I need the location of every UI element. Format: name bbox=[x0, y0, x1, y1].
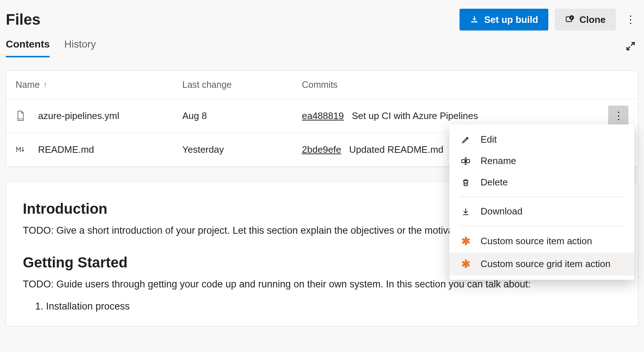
tabs-row: Contents History bbox=[6, 35, 638, 57]
kebab-icon: ⋮ bbox=[626, 15, 635, 25]
menu-item-custom-source-item[interactable]: ✱ Custom source item action bbox=[449, 230, 634, 253]
commit-hash-link[interactable]: 2bde9efe bbox=[302, 144, 341, 155]
delete-icon bbox=[460, 178, 471, 187]
file-name: azure-pipelines.yml bbox=[38, 110, 119, 122]
file-name: README.md bbox=[38, 144, 94, 155]
svg-rect-3 bbox=[462, 159, 465, 163]
download-icon bbox=[460, 207, 471, 216]
tab-history[interactable]: History bbox=[64, 35, 96, 57]
commit-message: Set up CI with Azure Pipelines bbox=[352, 110, 478, 122]
row-context-menu: Edit Rename Delete bbox=[449, 124, 634, 280]
yml-file-icon: YML bbox=[16, 110, 26, 121]
menu-item-label: Custom source item action bbox=[481, 236, 592, 247]
page-header: Files Set up build bbox=[6, 0, 638, 35]
column-last-change-label: Last change bbox=[182, 79, 232, 90]
menu-divider bbox=[460, 197, 624, 197]
menu-item-label: Rename bbox=[481, 155, 516, 167]
menu-item-label: Download bbox=[481, 206, 523, 217]
readme-ordered-list: Installation process bbox=[23, 301, 621, 312]
row-more-actions-button[interactable]: ⋮ bbox=[608, 106, 628, 126]
menu-item-download[interactable]: Download bbox=[449, 201, 634, 222]
page-title: Files bbox=[6, 11, 41, 28]
column-name-header[interactable]: Name ↑ bbox=[16, 79, 182, 90]
asterisk-icon: ✱ bbox=[460, 258, 471, 270]
setup-build-label: Set up build bbox=[484, 14, 538, 25]
commit-message: Updated README.md bbox=[349, 144, 443, 155]
column-last-change-header[interactable]: Last change bbox=[182, 79, 302, 90]
setup-build-button[interactable]: Set up build bbox=[460, 9, 548, 30]
menu-item-delete[interactable]: Delete bbox=[449, 172, 634, 193]
file-last-change: Aug 8 bbox=[182, 110, 302, 122]
readme-list-item: Installation process bbox=[46, 301, 621, 312]
rename-icon bbox=[460, 156, 471, 166]
column-actions-header bbox=[603, 79, 628, 90]
clone-label: Clone bbox=[579, 14, 606, 25]
md-file-icon bbox=[16, 146, 26, 154]
svg-rect-4 bbox=[466, 159, 470, 163]
table-header: Name ↑ Last change Commits bbox=[6, 71, 638, 99]
menu-item-label: Custom source grid item action bbox=[481, 258, 610, 270]
svg-text:YML: YML bbox=[18, 117, 23, 120]
kebab-icon: ⋮ bbox=[614, 111, 623, 121]
sort-asc-icon: ↑ bbox=[43, 81, 47, 89]
menu-item-rename[interactable]: Rename bbox=[449, 150, 634, 172]
clone-button[interactable]: Clone bbox=[555, 9, 616, 30]
menu-item-label: Edit bbox=[481, 134, 497, 145]
commit-hash-link[interactable]: ea488819 bbox=[302, 110, 344, 122]
rocket-icon bbox=[470, 15, 479, 24]
file-last-change: Yesterday bbox=[182, 144, 302, 155]
fullscreen-button[interactable] bbox=[623, 38, 638, 54]
asterisk-icon: ✱ bbox=[460, 235, 471, 247]
menu-item-label: Delete bbox=[481, 177, 508, 188]
fullscreen-icon bbox=[625, 41, 636, 52]
column-commits-header[interactable]: Commits bbox=[302, 79, 603, 90]
column-commits-label: Commits bbox=[302, 79, 338, 90]
header-actions: Set up build Clone ⋮ bbox=[460, 9, 638, 30]
files-table: Name ↑ Last change Commits YML azure-p bbox=[6, 70, 638, 167]
column-name-label: Name bbox=[16, 79, 40, 90]
clone-icon bbox=[565, 15, 574, 24]
edit-icon bbox=[460, 135, 471, 144]
menu-item-edit[interactable]: Edit bbox=[449, 129, 634, 150]
menu-item-custom-source-grid-item[interactable]: ✱ Custom source grid item action bbox=[449, 253, 634, 275]
tabs: Contents History bbox=[6, 35, 96, 57]
more-actions-button[interactable]: ⋮ bbox=[622, 12, 638, 28]
tab-contents[interactable]: Contents bbox=[6, 35, 50, 57]
menu-divider bbox=[460, 226, 624, 226]
